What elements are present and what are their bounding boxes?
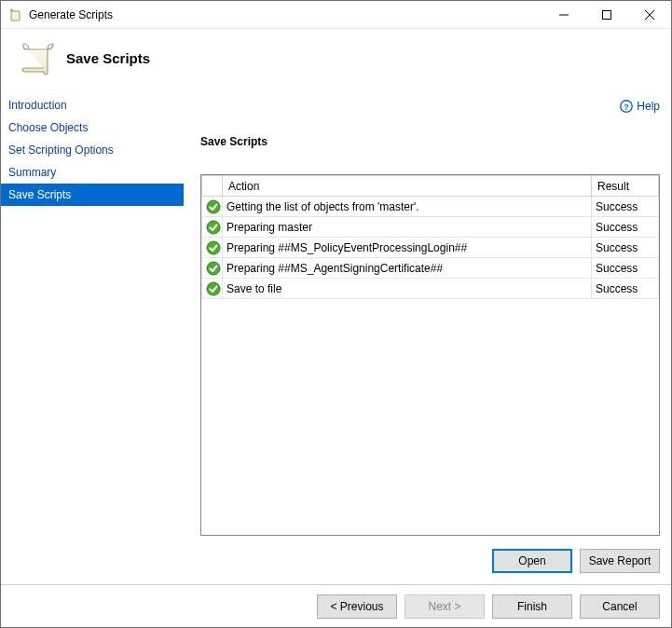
svg-point-6 <box>207 262 220 275</box>
previous-button[interactable]: < Previous <box>317 594 397 619</box>
action-cell: Save to file <box>223 279 592 299</box>
action-cell: Preparing master <box>223 217 592 238</box>
svg-point-5 <box>207 241 220 254</box>
titlebar: Generate Scripts <box>1 1 671 29</box>
main-panel: ? Help Save Scripts Action Result <box>184 94 671 573</box>
success-icon <box>206 240 218 255</box>
finish-button[interactable]: Finish <box>492 594 572 619</box>
action-cell: Preparing ##MS_AgentSigningCertificate## <box>223 258 592 279</box>
result-cell: Success <box>592 217 659 238</box>
status-cell <box>202 279 223 299</box>
success-icon <box>206 281 218 296</box>
next-button: Next > <box>405 594 485 619</box>
table-row[interactable]: Preparing ##MS_AgentSigningCertificate##… <box>202 258 659 279</box>
success-icon <box>206 199 218 214</box>
help-link[interactable]: ? Help <box>620 100 660 113</box>
results-grid: Action Result Getting the list of object… <box>200 174 660 536</box>
table-row[interactable]: Preparing ##MS_PolicyEventProcessingLogi… <box>202 238 659 258</box>
window-title: Generate Scripts <box>29 8 113 21</box>
sidebar-item-summary[interactable]: Summary <box>1 161 184 184</box>
result-cell: Success <box>592 279 659 299</box>
sidebar-item-save-scripts[interactable]: Save Scripts <box>1 184 184 206</box>
wizard-sidebar: IntroductionChoose ObjectsSet Scripting … <box>1 94 184 573</box>
close-icon <box>645 10 654 20</box>
success-icon <box>206 220 218 235</box>
sidebar-item-set-scripting-options[interactable]: Set Scripting Options <box>1 139 184 161</box>
svg-point-4 <box>207 221 220 234</box>
section-title: Save Scripts <box>200 135 660 148</box>
table-row[interactable]: Save to fileSuccess <box>202 279 659 299</box>
table-row[interactable]: Preparing masterSuccess <box>202 217 659 238</box>
status-cell <box>202 217 223 238</box>
svg-point-7 <box>207 282 220 295</box>
close-button[interactable] <box>628 1 671 29</box>
sidebar-item-introduction[interactable]: Introduction <box>1 94 184 116</box>
maximize-icon <box>602 10 611 20</box>
result-cell: Success <box>592 238 659 258</box>
status-cell <box>202 197 223 217</box>
help-icon: ? <box>620 100 633 113</box>
result-cell: Success <box>592 197 659 217</box>
page-title: Save Scripts <box>66 50 150 66</box>
col-header-action[interactable]: Action <box>223 176 592 197</box>
wizard-footer: < Previous Next > Finish Cancel <box>1 584 671 627</box>
sidebar-item-choose-objects[interactable]: Choose Objects <box>1 116 184 139</box>
open-button[interactable]: Open <box>492 549 572 573</box>
minimize-button[interactable] <box>542 1 585 29</box>
svg-point-3 <box>207 200 220 213</box>
result-cell: Success <box>592 258 659 279</box>
svg-rect-0 <box>603 10 611 19</box>
minimize-icon <box>559 10 569 20</box>
svg-text:?: ? <box>624 102 630 112</box>
script-scroll-icon <box>16 38 55 77</box>
maximize-button[interactable] <box>585 1 628 29</box>
success-icon <box>206 261 218 276</box>
app-icon <box>8 7 23 22</box>
help-label: Help <box>637 100 660 113</box>
status-cell <box>202 258 223 279</box>
cancel-button[interactable]: Cancel <box>580 594 660 619</box>
action-cell: Getting the list of objects from 'master… <box>223 197 592 217</box>
header: Save Scripts <box>1 29 671 94</box>
col-header-result[interactable]: Result <box>592 176 659 197</box>
table-row[interactable]: Getting the list of objects from 'master… <box>202 197 659 217</box>
action-cell: Preparing ##MS_PolicyEventProcessingLogi… <box>223 238 592 258</box>
col-header-status[interactable] <box>202 176 223 197</box>
generate-scripts-window: Generate Scripts Save Scripts Introducti… <box>0 0 672 628</box>
status-cell <box>202 238 223 258</box>
save-report-button[interactable]: Save Report <box>580 549 660 573</box>
